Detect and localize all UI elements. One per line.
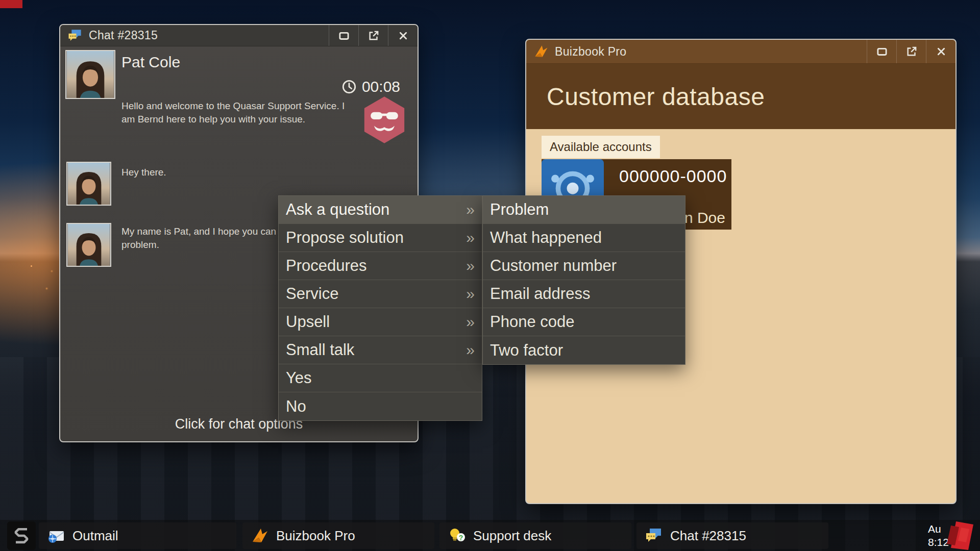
buizbook-window-controls: [867, 40, 955, 63]
submenu-item-what-happened[interactable]: What happened: [483, 224, 685, 252]
submenu-chevron-icon: »: [466, 286, 475, 302]
start-logo-button[interactable]: [7, 521, 36, 550]
buizbook-minimize-button[interactable]: [867, 40, 896, 63]
customer-avatar: [66, 162, 111, 206]
submenu-chevron-icon: »: [466, 314, 475, 330]
submenu-item-email-address[interactable]: Email address: [483, 280, 685, 308]
minimize-icon: [875, 45, 889, 58]
menu-item-label: Yes: [286, 369, 312, 387]
menu-item-label: Two factor: [490, 341, 563, 360]
menu-item-service[interactable]: Service »: [279, 280, 482, 308]
clock-icon: [341, 79, 357, 94]
menu-item-small-talk[interactable]: Small talk »: [279, 336, 482, 364]
buizbook-popout-button[interactable]: [896, 40, 926, 63]
watermark-logo: [942, 518, 978, 551]
menu-item-label: Problem: [490, 201, 549, 219]
popout-icon: [905, 45, 918, 58]
submenu-item-customer-number[interactable]: Customer number: [483, 252, 685, 280]
game-desktop: Chat #28315 Pat Cole 00:08 Hello and wel…: [0, 0, 980, 551]
taskbar-item-label: Buizbook Pro: [276, 528, 355, 544]
page-title: Customer database: [547, 83, 765, 111]
chat-options-menu: Ask a question » Propose solution » Proc…: [278, 195, 482, 421]
bird-icon: [533, 44, 549, 59]
submenu-item-two-factor[interactable]: Two factor: [483, 336, 685, 364]
mail-icon: [47, 527, 65, 545]
menu-item-label: Service: [286, 285, 338, 303]
chat-timer-value: 00:08: [362, 78, 400, 95]
submenu-chevron-icon: »: [466, 342, 475, 358]
agent-avatar: [362, 95, 406, 144]
menu-item-label: Customer number: [490, 257, 617, 275]
quasar-logo-icon: [10, 524, 33, 547]
close-icon: [397, 29, 410, 42]
menu-item-label: Email address: [490, 285, 590, 303]
menu-item-upsell[interactable]: Upsell »: [279, 308, 482, 336]
menu-item-label: Propose solution: [286, 229, 404, 247]
buizbook-window-title: Buizbook Pro: [555, 45, 626, 59]
taskbar-item-buizbook-pro[interactable]: Buizbook Pro: [242, 522, 434, 549]
city-lights-decoration: [31, 265, 32, 267]
chat-options-submenu: Problem What happened Customer number Em…: [482, 195, 685, 365]
account-name: n Doe: [684, 209, 725, 227]
taskbar-item-chat[interactable]: Chat #28315: [636, 522, 828, 549]
bulb-icon: [448, 527, 466, 545]
menu-item-ask-a-question[interactable]: Ask a question »: [279, 196, 482, 224]
submenu-item-problem[interactable]: Problem: [483, 196, 685, 224]
taskbar-item-outmail[interactable]: Outmail: [39, 522, 236, 549]
menu-item-yes[interactable]: Yes: [279, 364, 482, 392]
chat-minimize-button[interactable]: [329, 25, 358, 46]
menu-item-procedures[interactable]: Procedures »: [279, 252, 482, 280]
menu-item-label: Phone code: [490, 313, 574, 331]
taskbar-item-label: Chat #28315: [670, 528, 746, 544]
available-accounts-label: Available accounts: [542, 136, 660, 158]
menu-item-label: What happened: [490, 229, 602, 247]
chat-window-controls: [329, 25, 418, 46]
chat-popout-button[interactable]: [358, 25, 388, 46]
customer-database-header: Customer database: [526, 64, 955, 129]
chat-icon: [645, 527, 663, 545]
buizbook-close-button[interactable]: [926, 40, 955, 63]
contact-name: Pat Cole: [121, 54, 180, 71]
menu-item-no[interactable]: No: [279, 392, 482, 420]
chat-icon: [67, 28, 83, 43]
submenu-chevron-icon: »: [466, 258, 475, 273]
menu-item-propose-solution[interactable]: Propose solution »: [279, 224, 482, 252]
close-icon: [935, 45, 948, 58]
contact-avatar: [65, 50, 115, 99]
chat-message-customer: Hey there.: [121, 166, 356, 179]
submenu-chevron-icon: »: [466, 230, 475, 245]
chat-close-button[interactable]: [388, 25, 418, 46]
submenu-chevron-icon: »: [466, 202, 475, 217]
chat-message-agent: Hello and welcome to the Quasar Support …: [121, 99, 357, 126]
corner-red-mark: [0, 0, 22, 8]
press-watermark-icon: [942, 518, 978, 551]
menu-item-label: Ask a question: [286, 201, 389, 219]
popout-icon: [367, 29, 380, 42]
bird-icon: [251, 527, 269, 545]
menu-item-label: Upsell: [286, 313, 330, 331]
chat-timer: 00:08: [341, 78, 400, 95]
buizbook-titlebar[interactable]: Buizbook Pro: [526, 40, 955, 64]
menu-item-label: No: [286, 397, 306, 416]
menu-item-label: Procedures: [286, 257, 367, 275]
menu-item-label: Small talk: [286, 341, 354, 359]
chat-window-title: Chat #28315: [89, 29, 158, 42]
account-number: 000000-0000: [619, 166, 727, 186]
taskbar-item-label: Support desk: [473, 528, 551, 544]
customer-avatar: [66, 223, 111, 267]
minimize-icon: [337, 29, 351, 42]
submenu-item-phone-code[interactable]: Phone code: [483, 308, 685, 336]
taskbar-item-label: Outmail: [72, 528, 118, 544]
taskbar-item-support-desk[interactable]: Support desk: [439, 522, 631, 549]
chat-titlebar[interactable]: Chat #28315: [60, 25, 418, 46]
